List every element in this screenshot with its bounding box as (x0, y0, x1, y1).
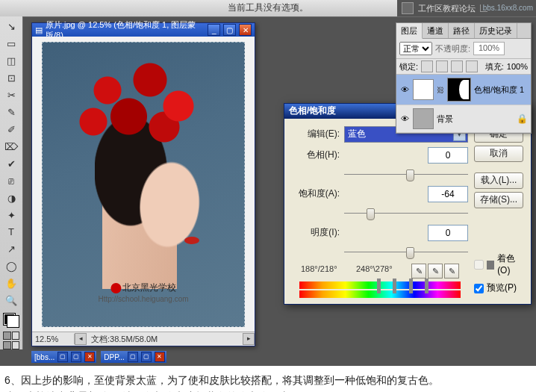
marquee-tool[interactable]: ▭ (2, 37, 20, 52)
quickmask-toggle[interactable] (3, 332, 19, 340)
edit-label: 编辑(E): (292, 128, 340, 140)
tab-paths[interactable]: 路径 (449, 23, 475, 38)
dodge-tool[interactable]: ◑ (2, 191, 20, 207)
document-statusbar: 12.5% ◂ 文档:38.5M/58.0M ▸ (32, 332, 255, 346)
workspace-label: 工作区教程论坛 (418, 3, 476, 13)
layer-item-huesat[interactable]: 👁 ⛓ 色相/饱和度 1 (396, 75, 531, 105)
visibility-icon[interactable]: 👁 (399, 84, 410, 95)
scroll-right-icon[interactable]: ▸ (243, 333, 255, 345)
close-icon[interactable]: ✕ (155, 352, 165, 362)
layer-item-background[interactable]: 👁 背景 🔒 (396, 105, 531, 133)
cancel-button[interactable]: 取消 (474, 146, 523, 162)
shape-tool[interactable]: ◯ (2, 259, 20, 275)
hue-label: 色相(H): (292, 149, 340, 161)
type-tool[interactable]: T (2, 225, 20, 240)
restore-icon[interactable]: ▢ (128, 352, 138, 362)
saturation-input[interactable] (428, 186, 468, 202)
doc-tab-1[interactable]: [bbs... ▢ ▢ ✕ (31, 351, 96, 363)
colorize-checkbox[interactable]: 着色(O) (474, 253, 523, 276)
fill-value[interactable]: 100% (507, 61, 528, 72)
options-text: 当前工具没有选项。 (228, 2, 308, 14)
eyedropper-minus-icon[interactable]: ✎ (444, 264, 459, 279)
opacity-value[interactable]: 100% (473, 42, 505, 55)
ps-icon: ▤ (35, 25, 43, 35)
lightness-label: 明度(I): (292, 227, 340, 239)
document-titlebar[interactable]: ▤ 原片.jpg @ 12.5% (色相/饱和度 1, 图层蒙版/8) _ ▢ … (32, 23, 255, 37)
eyedropper-plus-icon[interactable]: ✎ (428, 264, 443, 279)
close-button[interactable]: ✕ (239, 24, 252, 36)
lock-pixel-icon[interactable] (436, 60, 448, 72)
image-watermark: 北京黑光学校 Http://school.heiguang.com (98, 282, 188, 304)
edit-value: 蓝色 (348, 128, 366, 140)
site-watermark: bbs.16xx8.com (483, 3, 533, 13)
layer-thumb (413, 108, 434, 129)
document-canvas[interactable]: 北京黑光学校 Http://school.heiguang.com (32, 37, 255, 332)
dialog-title: 色相/饱和度 (289, 105, 336, 117)
brush-tool[interactable]: ✎ (2, 105, 20, 121)
pencil-tool[interactable]: ✐ (2, 122, 20, 138)
document-window: ▤ 原片.jpg @ 12.5% (色相/饱和度 1, 图层蒙版/8) _ ▢ … (31, 22, 255, 346)
color-swatches[interactable] (4, 314, 19, 327)
save-button[interactable]: 存储(S)... (474, 192, 523, 208)
close-icon[interactable]: ✕ (84, 352, 95, 362)
eyedropper-icon[interactable]: ✎ (411, 264, 426, 279)
range-left: 188°/218° (301, 264, 337, 279)
toolbox: ↘ ▭ ◫ ⊡ ✂ ✎ ✐ ⌦ ✔ ⎚ ◑ ✦ T ↗ ◯ ✋ 🔍 (0, 16, 23, 349)
screenmode-toggle[interactable] (3, 341, 19, 349)
hue-input[interactable] (428, 147, 468, 164)
hand-tool[interactable]: ✋ (2, 276, 20, 292)
lightness-input[interactable] (428, 225, 468, 241)
restore-icon[interactable]: ▢ (57, 352, 68, 362)
background-swatch[interactable] (7, 316, 19, 327)
blend-mode-select[interactable]: 正常 (399, 42, 432, 55)
link-icon: ⛓ (437, 85, 444, 95)
heal-tool[interactable]: ✔ (2, 157, 20, 172)
tab-history[interactable]: 历史记录 (475, 23, 517, 38)
layers-panel: 图层 通道 路径 历史记录 正常 不透明度: 100% 锁定: 填充: 100%… (396, 22, 532, 134)
maximize-button[interactable]: ▢ (223, 24, 236, 36)
lightness-slider[interactable] (344, 246, 468, 259)
hue-range-strip[interactable] (299, 281, 461, 294)
lock-all-icon[interactable] (466, 60, 478, 72)
pen-tool[interactable]: ✦ (2, 208, 20, 223)
minimized-documents: [bbs... ▢ ▢ ✕ DPP... ▢ ▢ ✕ (31, 351, 166, 363)
tab-channels[interactable]: 通道 (423, 23, 449, 38)
photo: 北京黑光学校 Http://school.heiguang.com (42, 42, 245, 327)
panel-tabs: 图层 通道 路径 历史记录 (396, 23, 531, 39)
scroll-left-icon[interactable]: ◂ (75, 333, 87, 345)
hue-slider[interactable] (344, 168, 468, 181)
doc-info: 文档:38.5M/58.0M (87, 334, 162, 344)
doc-tab-2[interactable]: DPP... ▢ ▢ ✕ (101, 351, 166, 363)
zoom-level[interactable]: 12.5% (32, 334, 75, 344)
saturation-slider[interactable] (344, 207, 468, 220)
lasso-tool[interactable]: ◫ (2, 54, 20, 69)
lock-icon: 🔒 (517, 113, 528, 125)
range-right: 248°\278° (356, 264, 393, 279)
mask-thumb[interactable] (447, 78, 471, 102)
visibility-icon[interactable]: 👁 (399, 113, 410, 124)
tutorial-caption: 6、因上步的影响，至使背景太蓝，为了使和皮肤比较搭配，将其调整到一种低饱和的复古… (0, 366, 532, 392)
gradient-tool[interactable]: ⎚ (2, 174, 20, 190)
lock-label: 锁定: (399, 61, 418, 72)
fill-label: 填充: (485, 61, 504, 72)
tab-layers[interactable]: 图层 (396, 23, 423, 39)
opacity-label: 不透明度: (435, 43, 470, 54)
path-select-tool[interactable]: ↗ (2, 242, 20, 258)
lock-transparency-icon[interactable] (421, 60, 433, 72)
lock-position-icon[interactable] (451, 60, 463, 72)
magic-wand-tool[interactable]: ⊡ (2, 71, 20, 87)
saturation-label: 饱和度(A): (292, 188, 340, 200)
minimize-button[interactable]: _ (208, 24, 220, 36)
zoom-tool[interactable]: 🔍 (2, 293, 20, 309)
move-tool[interactable]: ↘ (2, 19, 20, 35)
maximize-icon[interactable]: ▢ (71, 352, 81, 362)
adjustment-thumb (413, 79, 434, 100)
workspace-icon (402, 2, 414, 14)
load-button[interactable]: 载入(L)... (474, 172, 523, 189)
crop-tool[interactable]: ✂ (2, 88, 20, 104)
maximize-icon[interactable]: ▢ (141, 352, 152, 362)
eyedropper-group: ✎ ✎ ✎ (411, 264, 459, 279)
eraser-tool[interactable]: ⌦ (2, 140, 20, 155)
preview-checkbox[interactable]: 预览(P) (474, 282, 523, 294)
